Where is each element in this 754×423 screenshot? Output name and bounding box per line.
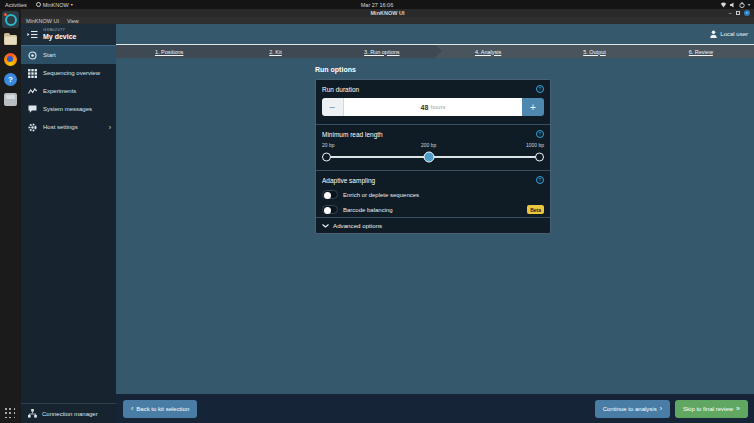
menu-minknow-ui[interactable]: MinKNOW UI [26,18,59,24]
help-icon[interactable]: ? [536,85,544,93]
adaptive-sampling-label: Adaptive sampling [322,177,375,184]
slider-max-label: 1000 bp [526,142,544,148]
maximize-button[interactable] [736,11,740,15]
run-duration-label: Run duration [322,86,359,93]
local-user-button[interactable]: Local user [710,30,748,38]
chevron-down-icon: ▾ [748,2,750,7]
advanced-options-label: Advanced options [333,222,382,229]
grid-icon [28,69,37,78]
run-duration-stepper: − 48 hours + [322,98,544,116]
chevron-right-icon: › [109,124,111,131]
step-tab-positions[interactable]: 1. Positions [116,45,222,58]
chevron-down-icon [322,224,329,228]
enrich-deplete-label: Enrich or deplete sequences [343,192,419,198]
slider-current-label: 200 bp [421,142,436,148]
adaptive-sampling-section: Adaptive sampling ? [316,171,550,187]
folder-icon [4,35,17,45]
run-duration-section: Run duration ? [316,80,550,96]
skip-button-label: Skip to final review [683,406,733,412]
sidebar-header: GXB02077 My device [21,24,116,46]
sidebar-item-start[interactable]: Start [21,46,116,64]
double-chevron-right-icon: » [736,405,740,412]
slider-max-stop[interactable] [535,152,544,161]
advanced-options-button[interactable]: Advanced options [316,218,550,233]
slider-min-stop[interactable] [322,152,331,161]
sidebar: GXB02077 My device Start [21,24,116,423]
chevron-left-icon: ‹ [131,405,133,412]
run-options-page: Run options Run duration ? − 48 [116,58,754,394]
decrement-button[interactable]: − [322,98,344,116]
sidebar-item-label: Sequencing overview [43,70,100,76]
step-tab-kit[interactable]: 2. Kit [222,45,328,58]
back-button-label: Back to kit selection [136,406,189,412]
main-header: Local user [116,24,754,45]
slider-handle[interactable] [423,151,434,162]
run-duration-value: 48 [421,104,429,111]
min-read-length-slider[interactable] [322,149,544,164]
barcode-balancing-label: Barcode balancing [343,207,393,213]
user-icon [710,30,717,38]
run-duration-input[interactable]: 48 hours [344,98,522,116]
chevron-down-icon: ▾ [71,2,73,7]
sidebar-item-host-settings[interactable]: Host settings › [21,118,116,136]
window-title: MinKNOW UI [371,10,405,16]
sidebar-item-label: System messages [43,106,92,112]
dock: ? [0,9,21,423]
dock-item-help[interactable]: ? [2,71,19,88]
network-icon [720,2,727,8]
sidebar-item-connection-manager[interactable]: Connection manager [21,403,116,423]
help-icon[interactable]: ? [536,130,544,138]
slider-min-label: 20 bp [322,142,335,148]
step-tab-run-options[interactable]: 3. Run options [329,45,435,58]
close-button[interactable]: × [744,10,750,16]
software-icon [4,93,17,106]
step-tab-output[interactable]: 5. Output [541,45,647,58]
enrich-deplete-toggle[interactable] [322,190,338,199]
main-area: Local user 1. Positions 2. Kit 3. Run op… [116,24,754,423]
system-tray[interactable]: ▾ [720,2,754,8]
slider-labels: 20 bp 200 bp 1000 bp [322,142,544,149]
dock-item-firefox[interactable] [2,51,19,68]
sidebar-item-experiments[interactable]: Experiments [21,82,116,100]
message-icon [28,105,37,114]
minimize-button[interactable]: − [728,11,732,15]
help-icon[interactable]: ? [536,176,544,184]
continue-button-label: Continue to analysis [603,406,657,412]
sidebar-item-system-messages[interactable]: System messages [21,100,116,118]
barcode-balancing-toggle[interactable] [322,205,338,214]
activities-button[interactable]: Activities [0,2,32,8]
power-icon [739,2,745,8]
network-nodes-icon [28,409,37,418]
sidebar-item-label: Host settings [43,124,78,130]
device-name: My device [43,33,76,41]
collapse-sidebar-icon[interactable] [27,30,38,39]
sidebar-item-label: Start [43,52,56,58]
skip-to-final-review-button[interactable]: Skip to final review » [675,400,748,418]
minknow-icon [5,14,17,26]
step-tab-analysis[interactable]: 4. Analysis [435,45,541,58]
clock[interactable]: Mar 27 16:06 [361,2,393,8]
run-options-panel: Run duration ? − 48 hours + [315,79,551,234]
step-tab-review[interactable]: 6. Review [648,45,754,58]
minknow-app-icon [36,2,41,7]
sidebar-item-label: Experiments [43,88,76,94]
line-chart-icon [28,87,37,96]
run-duration-unit: hours [430,104,445,110]
firefox-icon [4,53,17,66]
continue-to-analysis-button[interactable]: Continue to analysis › [595,400,670,418]
dock-item-software[interactable] [2,91,19,108]
window-menu-bar: MinKNOW UI View [21,17,754,24]
app-menu-label: MinKNOW [43,2,69,8]
app-menu[interactable]: MinKNOW ▾ [32,2,77,8]
app-grid-button[interactable] [5,408,16,419]
question-mark-icon: ? [4,73,17,86]
dock-item-files[interactable] [2,31,19,48]
increment-button[interactable]: + [522,98,544,116]
footer-bar: ‹ Back to kit selection Continue to anal… [116,394,754,423]
window-title-bar[interactable]: MinKNOW UI − × [21,9,754,17]
sidebar-item-sequencing-overview[interactable]: Sequencing overview [21,64,116,82]
back-to-kit-button[interactable]: ‹ Back to kit selection [123,400,197,418]
dock-item-minknow[interactable] [2,11,19,28]
menu-view[interactable]: View [67,18,79,24]
chevron-right-icon: › [660,405,662,412]
